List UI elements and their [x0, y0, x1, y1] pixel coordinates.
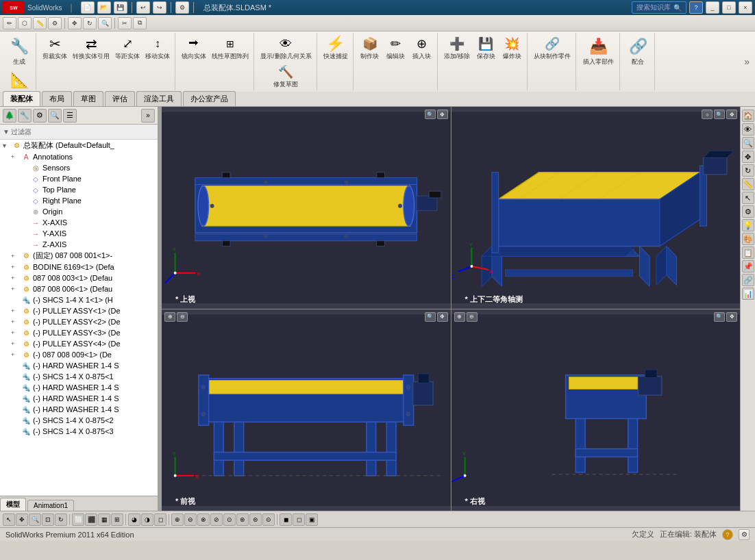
- rp-pan[interactable]: ✥: [742, 151, 754, 163]
- ribbon-display-btn[interactable]: 👁 显示/删除几何关系: [258, 34, 314, 62]
- panel-expand-btn[interactable]: »: [141, 109, 155, 123]
- tree-item[interactable]: ⊕Origin: [0, 206, 158, 217]
- ribbon-move-btn[interactable]: ↕ 移动实体: [143, 34, 172, 89]
- ribbon-edit-block-btn[interactable]: ✏ 编辑块: [384, 34, 408, 89]
- bt-more7[interactable]: ⊜: [249, 513, 262, 526]
- tree-item[interactable]: 🔩(-) SHCS 1-4 X 0-875<2: [0, 415, 158, 426]
- tb-cut[interactable]: ✂: [118, 17, 132, 29]
- vp-front-view-zoom2[interactable]: ⊖: [177, 312, 188, 322]
- rp-measure[interactable]: 📏: [742, 178, 754, 190]
- undo-btn[interactable]: ↩: [136, 1, 150, 14]
- tree-item[interactable]: ◎Sensors: [0, 162, 158, 173]
- ribbon-save-block-btn[interactable]: 💾 保存块: [473, 34, 498, 89]
- tb-move[interactable]: ✥: [68, 17, 82, 29]
- ribbon-add-btn[interactable]: ➕ 添加/移除: [442, 34, 473, 89]
- bt-more3[interactable]: ⊗: [197, 513, 210, 526]
- tree-root[interactable]: ▼ ⚙ 总装配体 (Default<Default_: [0, 140, 158, 151]
- vp-iso-zoom[interactable]: 🔍: [714, 110, 725, 119]
- ribbon-convert-btn[interactable]: ⇄ 转换实体引用: [71, 34, 112, 89]
- vp-top-zoom[interactable]: 🔍: [425, 110, 436, 119]
- bt-view2[interactable]: ⬛: [85, 513, 97, 526]
- viewport-right[interactable]: Y Z * 右视 🔍 ✥ ⊕ ⊖: [451, 309, 741, 511]
- bt-shading2[interactable]: ◑: [141, 513, 153, 526]
- panel-btn-5[interactable]: ☰: [63, 109, 77, 123]
- tree-item[interactable]: +⚙(-) PULLEY ASSY<3> (De: [0, 327, 158, 338]
- rp-home[interactable]: 🏠: [742, 110, 754, 122]
- tree-item[interactable]: 🔩(-) HARD WASHER 1-4 S: [0, 404, 158, 415]
- tab-animation[interactable]: Animation1: [27, 500, 74, 511]
- bt-shading1[interactable]: ◕: [128, 513, 140, 526]
- panel-btn-1[interactable]: 🌲: [3, 109, 16, 123]
- save-btn[interactable]: 💾: [114, 1, 127, 14]
- tree-item[interactable]: +⚙(-) PULLEY ASSY<1> (De: [0, 305, 158, 316]
- tb-zoom[interactable]: 🔍: [98, 17, 112, 29]
- vp-top-pan[interactable]: ✥: [437, 110, 448, 119]
- rp-extra2[interactable]: 🔗: [742, 274, 754, 286]
- redo-btn[interactable]: ↪: [153, 1, 166, 14]
- tree-area[interactable]: ▼ ⚙ 总装配体 (Default<Default_ +AAnnotations…: [0, 140, 158, 496]
- open-btn[interactable]: 📂: [97, 1, 111, 14]
- ribbon-fix-btn[interactable]: 🔨 修复草图: [271, 62, 300, 90]
- rp-display[interactable]: 💡: [742, 219, 754, 231]
- rp-settings[interactable]: ⚙: [742, 205, 754, 218]
- vp-iso-view[interactable]: ⟐: [702, 110, 713, 119]
- minimize-btn[interactable]: _: [706, 1, 719, 14]
- vp-front-pan[interactable]: ✥: [437, 312, 448, 322]
- tab-office[interactable]: 办公室产品: [183, 91, 236, 106]
- ribbon-more[interactable]: »: [741, 33, 752, 90]
- tab-layout[interactable]: 布局: [42, 91, 72, 106]
- ribbon-snap-btn[interactable]: ⚡ 快速捕捉: [321, 34, 350, 62]
- vp-front-view-zoom[interactable]: ⊕: [164, 312, 175, 322]
- tab-render[interactable]: 渲染工具: [136, 91, 182, 106]
- rp-zoom[interactable]: 🔍: [742, 137, 754, 149]
- tree-item[interactable]: ◇Right Plane: [0, 195, 158, 206]
- bt-extra1[interactable]: ◼: [280, 513, 292, 526]
- tab-evaluate[interactable]: 评估: [105, 91, 135, 106]
- bt-extra3[interactable]: ▣: [306, 513, 318, 526]
- panel-btn-3[interactable]: ⚙: [33, 109, 47, 123]
- tree-item[interactable]: +⚙087 008 003<1> (Defau: [0, 272, 158, 283]
- options-btn[interactable]: ⚙: [175, 1, 189, 14]
- vp-right-pan[interactable]: ✥: [726, 312, 737, 322]
- bt-view4[interactable]: ⊞: [111, 513, 123, 526]
- tree-item[interactable]: +AAnnotations: [0, 151, 158, 162]
- viewport-iso[interactable]: X Y Z * 上下二等角轴测 ⟐ 🔍 ✥: [451, 107, 741, 309]
- tab-assembly[interactable]: 装配体: [3, 91, 40, 106]
- tree-item[interactable]: +⚙BODINE 6169<1> (Defa: [0, 262, 158, 272]
- tree-item[interactable]: 🔩(-) HARD WASHER 1-4 S: [0, 360, 158, 371]
- viewport-top[interactable]: X Y Z * 上视 🔍 ✥: [162, 107, 451, 309]
- tree-item[interactable]: ◇Top Plane: [0, 184, 158, 195]
- ribbon-generate-btn[interactable]: 🔧 生成: [5, 34, 33, 68]
- bt-extra2[interactable]: ◻: [293, 513, 305, 526]
- rp-render[interactable]: 🎨: [742, 233, 754, 245]
- bt-more8[interactable]: ⊝: [262, 513, 275, 526]
- viewport-front[interactable]: X Y * 前视 🔍 ✥ ⊕ ⊖: [162, 309, 451, 511]
- rp-extra1[interactable]: 📌: [742, 260, 754, 272]
- tab-sketch[interactable]: 草图: [73, 91, 103, 106]
- bt-wire[interactable]: ◻: [154, 513, 166, 526]
- bt-more2[interactable]: ⊖: [184, 513, 197, 526]
- ribbon-mate-btn[interactable]: 🔗 配合: [624, 34, 652, 68]
- tab-model[interactable]: 模型: [0, 498, 26, 511]
- tree-item[interactable]: 🔩(-) SHCS 1-4 X 0-875<3: [0, 426, 158, 437]
- bt-select[interactable]: ↖: [3, 513, 15, 526]
- bt-zoom-fit[interactable]: ⊡: [42, 513, 54, 526]
- bt-pan[interactable]: ✥: [16, 513, 28, 526]
- vp-right-view-zoom2[interactable]: ⊖: [467, 312, 478, 322]
- close-btn[interactable]: ×: [739, 1, 752, 14]
- ribbon-array-btn[interactable]: ⊞ 线性草图阵列: [210, 34, 251, 89]
- search-box[interactable]: 搜索知识库 🔍: [632, 1, 686, 14]
- ribbon-cut-btn[interactable]: ✂ 剪裁实体: [40, 34, 69, 89]
- tb-sketch[interactable]: ✏: [3, 17, 16, 29]
- tb-settings[interactable]: ⚙: [48, 17, 62, 29]
- bt-rotate[interactable]: ↻: [55, 513, 67, 526]
- bt-more1[interactable]: ⊕: [171, 513, 184, 526]
- tb-copy[interactable]: ⧉: [133, 17, 147, 29]
- bt-more6[interactable]: ⊛: [236, 513, 249, 526]
- tree-item[interactable]: 🔩(-) SHCS 1-4 X 0-875<1: [0, 371, 158, 382]
- rp-tasks[interactable]: 📋: [742, 246, 754, 259]
- new-btn[interactable]: 📄: [81, 1, 95, 14]
- vp-front-zoom[interactable]: 🔍: [425, 312, 436, 322]
- tb-measure[interactable]: 📏: [33, 17, 47, 29]
- vp-right-view-zoom[interactable]: ⊕: [454, 312, 465, 322]
